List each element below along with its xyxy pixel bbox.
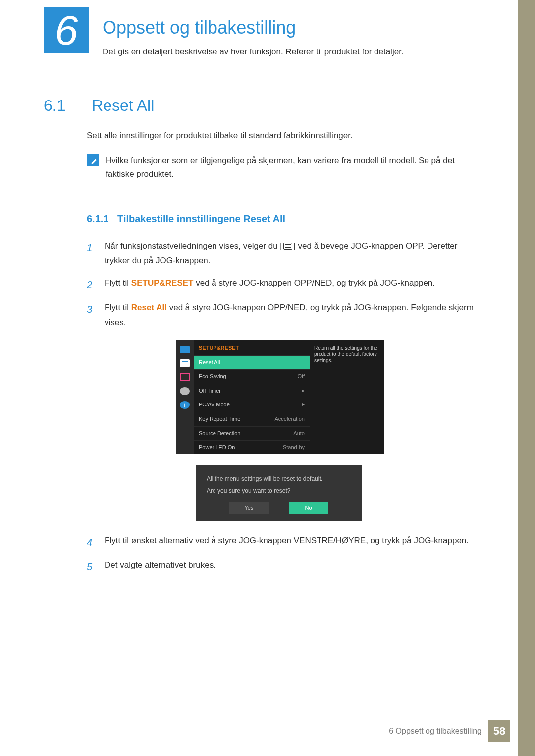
osd-row-label: Reset All [199,358,220,367]
step-text: Når funksjonstastveiledningen vises, vel… [105,239,478,269]
subsection-number: 6.1.1 [87,213,108,224]
note-icon [87,154,99,166]
osd-row-value: Stand-by [283,443,305,452]
step-5: 5 Det valgte alternativet brukes. [87,558,478,576]
step-text: Flytt til SETUP&RESET ved å styre JOG-kn… [105,276,435,294]
osd-header: SETUP&RESET [194,340,310,355]
footer: 6 Oppsett og tilbakestilling 58 [0,720,535,742]
osd-row-selected: Reset All [194,355,310,370]
note-row: Hvilke funksjoner som er tilgjengelige p… [87,154,478,181]
osd-row-label: Power LED On [199,443,235,452]
osd-row-label: Source Detection [199,429,240,438]
size-icon [180,373,190,381]
footer-page: 58 [488,720,510,742]
no-button: No [289,502,328,515]
note-text: Hvilke funksjoner som er tilgjengelige p… [106,154,478,181]
step-3: 3 Flytt til Reset All ved å styre JOG-kn… [87,301,478,331]
osd-menu: SETUP&RESET Reset All Eco Saving Off Off… [194,340,310,454]
chapter-subtitle: Det gis en detaljert beskrivelse av hver… [103,47,404,57]
osd-sidebar-icons: i [176,340,194,454]
step-number: 5 [87,558,96,576]
chapter-number: 6 [55,9,78,51]
step-number: 2 [87,276,96,294]
step-text: Flytt til Reset All ved å styre JOG-knap… [105,301,478,331]
step-number: 4 [87,533,96,551]
osd-row: Eco Saving Off [194,369,310,384]
step-number: 3 [87,301,96,331]
osd-row-label: PC/AV Mode [199,401,230,409]
section-body: Sett alle innstillinger for produktet ti… [87,129,478,583]
dialog-line2: Are you sure you want to reset? [207,486,351,495]
step-text: Flytt til ønsket alternativ ved å styre … [105,533,469,551]
osd-row: Power LED On Stand-by [194,440,310,454]
image-icon [180,359,190,367]
osd-row-value: Off [298,372,305,381]
osd-row-label: Key Repeat Time [199,415,240,424]
osd-help-text: Return all the settings for the product … [310,340,384,454]
section-number: 6.1 [44,97,65,115]
chapter-badge: 6 [44,7,89,53]
osd-row-value: Auto [293,429,305,438]
chapter-title: Oppsett og tilbakestilling [103,17,296,38]
osd-row: Source Detection Auto [194,426,310,441]
subsection-title: Tilbakestille innstillingene Reset All [117,213,285,224]
dialog-buttons: Yes No [207,502,351,515]
step-1: 1 Når funksjonstastveiledningen vises, v… [87,239,478,269]
step-number: 1 [87,239,96,269]
side-stripe [518,0,535,756]
osd-mockup: i SETUP&RESET Reset All Eco Saving Off O… [176,340,384,521]
step-text: Det valgte alternativet brukes. [105,558,216,576]
subsection-header: 6.1.1 Tilbakestille innstillingene Reset… [87,211,478,227]
display-icon [180,346,190,353]
osd-row-arrow: ▸ [302,401,305,409]
osd-dialog: All the menu settings will be reset to d… [196,465,362,522]
step-2: 2 Flytt til SETUP&RESET ved å styre JOG-… [87,276,478,294]
osd-row: Off Timer ▸ [194,384,310,398]
osd-row: Key Repeat Time Acceleration [194,412,310,426]
dialog-line1: All the menu settings will be reset to d… [207,474,351,483]
osd-row: PC/AV Mode ▸ [194,398,310,412]
step-4: 4 Flytt til ønsket alternativ ved å styr… [87,533,478,551]
footer-text: 6 Oppsett og tilbakestilling [389,727,482,736]
steps-list-cont: 4 Flytt til ønsket alternativ ved å styr… [87,533,478,576]
gear-icon [180,387,190,395]
steps-list: 1 Når funksjonstastveiledningen vises, v… [87,239,478,331]
section-title: Reset All [92,97,154,115]
osd-row-label: Off Timer [199,387,221,396]
osd-panel: i SETUP&RESET Reset All Eco Saving Off O… [176,340,384,454]
osd-row-arrow: ▸ [302,387,305,396]
info-icon: i [180,401,190,409]
yes-button: Yes [229,502,269,515]
section-intro: Sett alle innstillinger for produktet ti… [87,129,478,142]
osd-row-value: Acceleration [274,415,305,424]
osd-row-label: Eco Saving [199,372,226,381]
menu-icon [283,243,292,250]
